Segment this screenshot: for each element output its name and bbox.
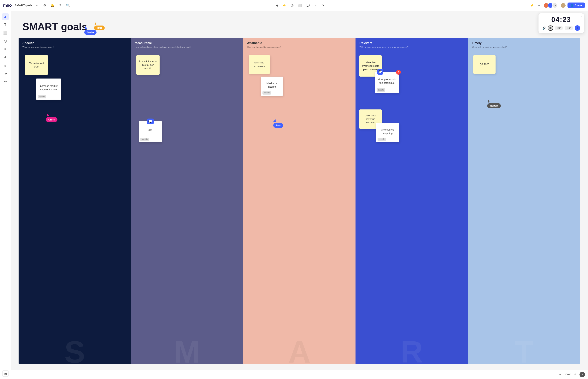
pause-icon: ⏸ [576, 27, 579, 30]
stop-icon [550, 27, 551, 29]
shape-tool[interactable]: ◎ [2, 37, 9, 45]
col-subtitle-specific: What do you want to accomplish? [22, 46, 127, 48]
cursor-matt: Matt [94, 22, 105, 30]
timer-controls: 🔊 +1m +5m ⏸ [542, 25, 580, 31]
col-subtitle-measurable: How will you know when you have accompli… [135, 46, 239, 48]
timer-stop-button[interactable] [548, 25, 553, 31]
col-header-timely: Timely When will the goal be accomplishe… [468, 38, 580, 50]
timer-sep: : [560, 16, 562, 24]
menu-icon[interactable]: ≡ [312, 2, 318, 9]
col-subtitle-timely: When will the goal be accomplished? [472, 46, 576, 48]
back-icon[interactable]: ◀ [274, 2, 280, 9]
cursor-label-robert: Robert [487, 103, 501, 108]
sticky-maximize-income[interactable]: Maximize income Specific [261, 77, 283, 96]
cursor-bea: Bea [273, 119, 283, 128]
specific-tag-4: Specific [377, 88, 385, 92]
col-bg-attainable: A [288, 334, 311, 364]
timer-add5m[interactable]: +5m [565, 26, 573, 30]
col-title-timely: Timely [472, 41, 576, 45]
pencil-icon[interactable]: ✏ [537, 3, 542, 8]
cursor-label-chris: Chris [46, 117, 57, 122]
sticky-market-share[interactable]: Increase market segment share Specific [36, 79, 61, 100]
timer-close[interactable]: × [580, 15, 582, 18]
select-tool[interactable]: ▲ [2, 13, 9, 20]
col-title-specific: Specific [22, 41, 127, 45]
col-subtitle-relevant: Will the goal meet your short- and long-… [359, 46, 464, 48]
app-logo: miro [3, 3, 12, 8]
canvas-area: SMART goals Specific What do you want to… [11, 11, 588, 370]
avatar-count[interactable]: 12 [552, 3, 557, 8]
screen-icon[interactable]: ⬜ [297, 2, 303, 9]
comment-bubble-icon[interactable]: 💬 [377, 69, 383, 75]
board-toggle[interactable]: ⊞ [2, 370, 9, 377]
board-title[interactable]: SMART goals [15, 4, 32, 7]
sticky-tool[interactable]: ⬜ [2, 29, 9, 36]
topbar-center: ◀ ⚡ ◎ ⬜ 💬 ≡ ∨ [74, 2, 526, 9]
column-relevant: Relevant Will the goal meet your short- … [355, 38, 468, 364]
more-icon[interactable]: ∨ [320, 2, 326, 9]
timer-icon[interactable]: ◎ [289, 2, 295, 9]
filter-icon[interactable]: ⚡ [530, 3, 535, 8]
sticky-8percent[interactable]: 💬 8% Specific [139, 121, 162, 142]
frame-tool[interactable]: # [2, 62, 9, 69]
marker-tool[interactable]: A [2, 54, 9, 61]
column-measurable: Measurable How will you know when you ha… [131, 38, 243, 364]
specific-tag-3: Specific [262, 91, 271, 95]
zoom-in-button[interactable]: + [572, 372, 578, 377]
topbar: miro SMART goals ★ ⚙ 🔔 ⬆ 🔍 ◀ ⚡ ◎ ⬜ 💬 ≡ ∨… [0, 0, 588, 11]
col-header-attainable: Attainable How can the goal be accomplis… [243, 38, 356, 50]
col-header-measurable: Measurable How will you know when you ha… [131, 38, 243, 50]
col-title-attainable: Attainable [247, 41, 352, 45]
undo-tool[interactable]: ↩ [2, 78, 9, 85]
cursor-chris: Chris [46, 113, 57, 122]
share-button[interactable]: 👤 Share [568, 2, 585, 8]
column-specific: Specific What do you want to accomplish?… [18, 38, 131, 364]
specific-tag-1: Specific [38, 95, 46, 98]
pen-tool[interactable]: ✒ [2, 46, 9, 53]
zoom-out-button[interactable]: − [558, 372, 563, 377]
zoom-controls: − 100% + ? [558, 372, 585, 377]
comment-icon-8percent[interactable]: 💬 [147, 119, 154, 124]
comment-badge-products[interactable]: 3 [396, 70, 401, 75]
timer-sound-icon[interactable]: 🔊 [542, 26, 546, 30]
zoom-level[interactable]: 100% [565, 373, 571, 376]
sticky-one-source[interactable]: One source shopping Specific [376, 123, 399, 142]
col-title-relevant: Relevant [359, 41, 464, 45]
col-bg-specific: S [64, 334, 85, 364]
text-tool[interactable]: T [2, 21, 9, 28]
upload-icon[interactable]: ⬆ [57, 3, 63, 8]
col-bg-relevant: R [401, 334, 423, 364]
lightning-icon[interactable]: ⚡ [281, 2, 288, 9]
col-subtitle-attainable: How can the goal be accomplished? [247, 46, 352, 48]
col-header-specific: Specific What do you want to accomplish? [18, 38, 131, 50]
notifications-icon[interactable]: 🔔 [50, 3, 55, 8]
bottom-bar: ⊞ − 100% + ? [0, 370, 588, 379]
column-timely: Timely When will the goal be accomplishe… [468, 38, 580, 364]
specific-tag-5: Specific [378, 138, 386, 141]
sticky-minimize-expenses[interactable]: Minimize expenses [249, 55, 270, 74]
cursor-label-matt: Matt [94, 26, 105, 30]
timer-add1m[interactable]: +1m [555, 26, 563, 30]
help-button[interactable]: ? [579, 372, 585, 377]
sticky-maximize-profit[interactable]: Maximize net profit [25, 55, 48, 75]
col-bg-timely: T [515, 334, 534, 364]
cursor-robert: Robert [487, 100, 501, 108]
apps-tool[interactable]: ≫ [2, 70, 9, 77]
col-title-measurable: Measurable [135, 41, 239, 45]
sticky-minimum[interactable]: To a minimum of $2000 per month [136, 55, 159, 75]
avatar-group: 12 [543, 3, 557, 8]
smart-board: Specific What do you want to accomplish?… [18, 38, 580, 364]
page-title: SMART goals [22, 21, 87, 32]
sticky-more-products[interactable]: 3 💬 More products in the catalogue Speci… [375, 72, 399, 93]
sticky-q3[interactable]: Q3 2023 [473, 55, 495, 74]
search-icon[interactable]: 🔍 [65, 3, 71, 8]
col-header-relevant: Relevant Will the goal meet your short- … [355, 38, 468, 50]
chat-icon[interactable]: 💬 [305, 2, 311, 9]
timer-minutes: 04 [551, 16, 560, 24]
timer-pause-button[interactable]: ⏸ [575, 25, 580, 31]
column-attainable: Attainable How can the goal be accomplis… [243, 38, 356, 364]
topbar-right: ⚡ ✏ 12 👤 Share [530, 2, 585, 8]
star-icon[interactable]: ★ [36, 4, 38, 7]
settings-icon[interactable]: ⚙ [42, 3, 48, 8]
left-toolbar: ▲ T ⬜ ◎ ✒ A # ≫ ↩ [0, 11, 11, 379]
